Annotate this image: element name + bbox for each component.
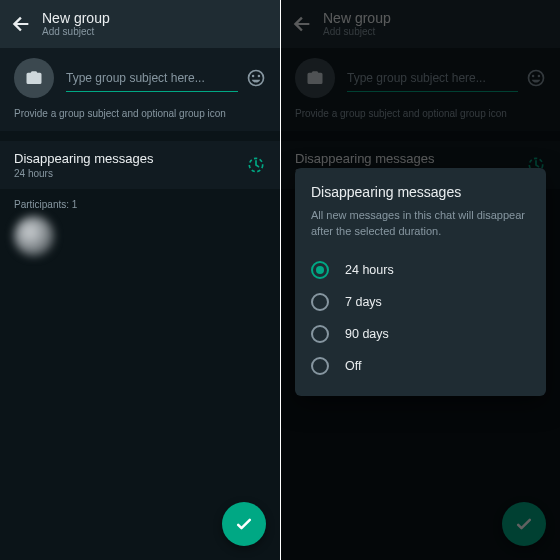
app-bar: New group Add subject — [0, 0, 280, 48]
dm-option[interactable]: Off — [311, 350, 530, 382]
subject-hint: Provide a group subject and optional gro… — [14, 108, 266, 119]
radio-icon — [311, 261, 329, 279]
check-icon — [234, 514, 254, 534]
radio-icon — [311, 293, 329, 311]
dm-title: Disappearing messages — [14, 151, 153, 166]
disappearing-messages-row[interactable]: Disappearing messages 24 hours — [0, 141, 280, 189]
dialog-title: Disappearing messages — [311, 184, 530, 200]
participant-avatar[interactable] — [14, 216, 54, 256]
dm-option-label: 7 days — [345, 295, 382, 309]
screen-right: New group Add subject Provide a group su… — [280, 0, 560, 560]
dm-dialog: Disappearing messages All new messages i… — [295, 168, 546, 396]
group-subject-input[interactable] — [66, 65, 238, 92]
camera-icon — [25, 69, 43, 87]
timer-icon — [246, 155, 266, 175]
screen-left: New group Add subject Provide a group su… — [0, 0, 280, 560]
page-subtitle: Add subject — [42, 26, 110, 38]
emoji-icon[interactable] — [246, 68, 266, 88]
dm-option[interactable]: 24 hours — [311, 254, 530, 286]
subject-panel: Provide a group subject and optional gro… — [0, 48, 280, 131]
dm-option[interactable]: 7 days — [311, 286, 530, 318]
dm-option[interactable]: 90 days — [311, 318, 530, 350]
participants-list — [0, 216, 280, 256]
dm-value: 24 hours — [14, 168, 153, 179]
group-icon-picker[interactable] — [14, 58, 54, 98]
confirm-fab[interactable] — [222, 502, 266, 546]
participants-label: Participants: 1 — [0, 189, 280, 216]
dm-option-label: 24 hours — [345, 263, 394, 277]
page-title: New group — [42, 10, 110, 26]
back-icon[interactable] — [10, 13, 32, 35]
radio-icon — [311, 325, 329, 343]
radio-icon — [311, 357, 329, 375]
dm-option-label: 90 days — [345, 327, 389, 341]
dialog-description: All new messages in this chat will disap… — [311, 208, 530, 240]
dm-option-label: Off — [345, 359, 361, 373]
